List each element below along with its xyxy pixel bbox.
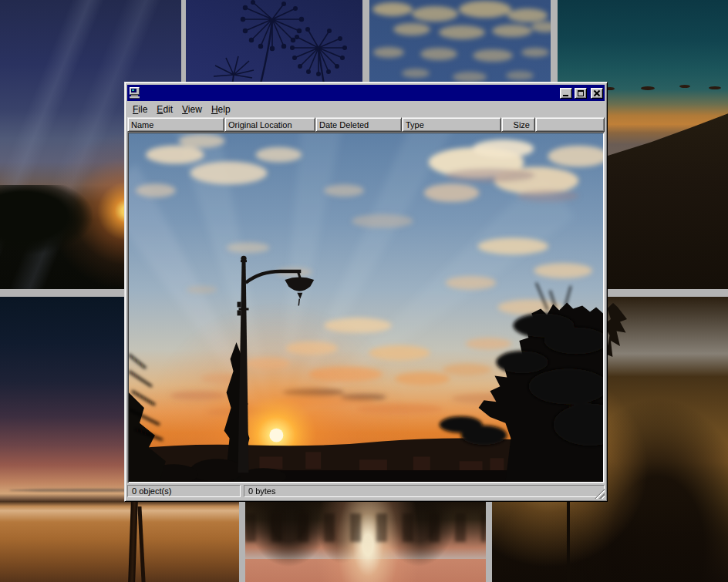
file-list-view[interactable] xyxy=(127,132,605,483)
column-header-size[interactable]: Size xyxy=(501,117,535,132)
menu-help[interactable]: Help xyxy=(207,103,235,116)
close-button[interactable] xyxy=(591,88,603,99)
column-header-date-deleted[interactable]: Date Deleted xyxy=(315,117,402,132)
computer-monitor-icon[interactable] xyxy=(129,87,141,99)
maximize-icon xyxy=(578,90,584,96)
pole-silhouette xyxy=(567,491,570,582)
monitor-foot xyxy=(130,96,140,99)
window-titlebar[interactable] xyxy=(127,85,605,101)
minimize-button[interactable] xyxy=(560,88,572,99)
minimize-icon xyxy=(563,95,568,96)
status-object-count: 0 object(s) xyxy=(127,485,241,497)
column-header-name[interactable]: Name xyxy=(127,117,224,132)
menu-file[interactable]: File xyxy=(128,103,152,116)
water-pole xyxy=(137,506,145,582)
menu-edit[interactable]: Edit xyxy=(152,103,177,116)
status-size: 0 bytes xyxy=(244,485,605,497)
monitor-screen xyxy=(131,89,136,93)
water-pole xyxy=(128,502,138,582)
column-header-original-location[interactable]: Original Location xyxy=(224,117,315,132)
menu-view[interactable]: View xyxy=(177,103,207,116)
column-header-filler xyxy=(535,117,605,132)
column-header-row: Name Original Location Date Deleted Type… xyxy=(127,117,605,132)
maximize-button[interactable] xyxy=(575,88,587,99)
menu-bar: File Edit View Help xyxy=(127,101,605,117)
recycle-bin-window: File Edit View Help Name Original Locati… xyxy=(124,82,608,502)
status-bar: 0 object(s) 0 bytes xyxy=(127,483,605,499)
close-icon xyxy=(593,89,601,97)
column-header-type[interactable]: Type xyxy=(402,117,501,132)
sunset-streetlamp-photo xyxy=(129,133,603,482)
